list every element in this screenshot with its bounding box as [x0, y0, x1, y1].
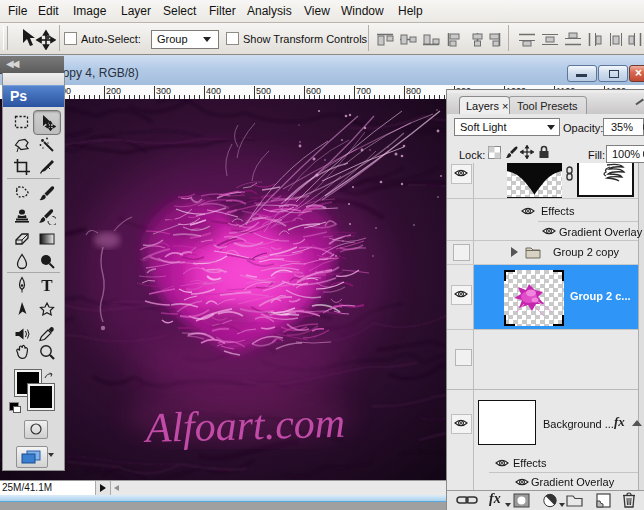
svg-text:Alfoart.com: Alfoart.com: [142, 400, 346, 451]
svg-text:T: T: [41, 276, 53, 294]
